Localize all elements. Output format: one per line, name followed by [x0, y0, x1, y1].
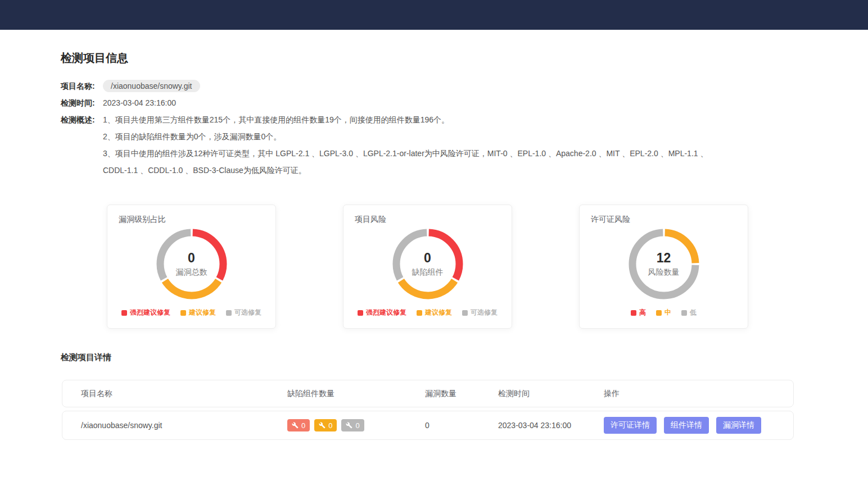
vuln-level-donut-svg — [155, 228, 228, 301]
legend-item-高[interactable]: 高 — [631, 308, 646, 317]
legend-swatch-icon — [358, 310, 363, 316]
chart-title: 漏洞级别占比 — [119, 215, 264, 225]
legend-label: 建议修复 — [425, 308, 452, 317]
row-detect-time: 2023-03-04 23:16:00 — [498, 421, 604, 430]
license-risk-donut-chart: 12风险数量 — [627, 228, 700, 301]
defect-badge-high: 0 — [287, 419, 310, 431]
defect-badge-count: 0 — [328, 421, 332, 430]
chart-title: 许可证风险 — [591, 215, 736, 225]
chart-title: 项目风险 — [355, 215, 500, 225]
wrench-icon — [292, 422, 299, 429]
legend-item-强烈建议修复[interactable]: 强烈建议修复 — [121, 308, 170, 317]
legend-item-建议修复[interactable]: 建议修复 — [180, 308, 216, 317]
summary-line: 3、项目中使用的组件涉及12种许可证类型，其中 LGPL-2.1 、LGPL-3… — [103, 145, 846, 162]
table-row: /xiaonuobase/snowy.git00002023-03-04 23:… — [62, 411, 794, 440]
defect-badge-low: 0 — [341, 419, 364, 431]
project-risk-donut-chart: 0缺陷组件 — [391, 228, 464, 301]
wrench-icon — [319, 422, 326, 429]
summary-text: 1、项目共使用第三方组件数量215个，其中直接使用的组件数量19个，间接使用的组… — [103, 111, 846, 179]
vuln-detail-button[interactable]: 漏洞详情 — [716, 417, 761, 434]
license-detail-button[interactable]: 许可证详情 — [604, 417, 657, 434]
column-header-2: 漏洞数量 — [425, 389, 498, 399]
legend-item-可选修复[interactable]: 可选修复 — [226, 308, 261, 317]
row-vuln-count: 0 — [425, 421, 498, 430]
top-navigation-bar — [0, 0, 868, 30]
legend-swatch-icon — [631, 310, 636, 316]
column-header-4: 操作 — [604, 389, 793, 399]
defect-badge-count: 0 — [355, 421, 359, 430]
summary-line: 1、项目共使用第三方组件数量215个，其中直接使用的组件数量19个，间接使用的组… — [103, 111, 846, 128]
legend-swatch-icon — [417, 310, 422, 316]
legend-item-可选修复[interactable]: 可选修复 — [462, 308, 498, 317]
column-header-0: 项目名称 — [81, 389, 287, 399]
legend-swatch-icon — [180, 310, 186, 316]
detect-time-row: 检测时间: 2023-03-04 23:16:00 — [61, 94, 846, 111]
summary-line: CDDL-1.1 、CDDL-1.0 、BSD-3-Clause为低风险许可证。 — [103, 162, 846, 179]
row-project-name: /xiaonuobase/snowy.git — [81, 421, 287, 430]
vuln-level-donut-chart: 0漏洞总数 — [155, 228, 228, 301]
row-actions: 许可证详情组件详情漏洞详情 — [604, 417, 793, 434]
column-header-1: 缺陷组件数量 — [287, 389, 425, 399]
summary-row: 检测概述: 1、项目共使用第三方组件数量215个，其中直接使用的组件数量19个，… — [61, 111, 846, 179]
legend-swatch-icon — [656, 310, 662, 316]
legend-swatch-icon — [226, 310, 232, 316]
defect-badge-medium: 0 — [314, 419, 337, 431]
legend-label: 可选修复 — [471, 308, 498, 317]
project-name-label: 项目名称: — [61, 78, 103, 94]
legend-item-建议修复[interactable]: 建议修复 — [417, 308, 452, 317]
chart-legend: 高中低 — [591, 308, 736, 317]
legend-label: 强烈建议修复 — [366, 308, 406, 317]
chart-card-project-risk: 项目风险0缺陷组件强烈建议修复建议修复可选修复 — [343, 205, 512, 329]
legend-label: 高 — [639, 308, 646, 317]
chart-card-vuln-level: 漏洞级别占比0漏洞总数强烈建议修复建议修复可选修复 — [107, 205, 276, 329]
table-header-row: 项目名称缺陷组件数量漏洞数量检测时间操作 — [62, 380, 794, 407]
column-header-3: 检测时间 — [498, 389, 604, 399]
main-content: 检测项目信息 项目名称: /xiaonuobase/snowy.git 检测时间… — [0, 30, 868, 477]
legend-label: 建议修复 — [189, 308, 216, 317]
wrench-icon — [346, 422, 352, 429]
details-section-title: 检测项目详情 — [61, 352, 846, 363]
detect-time-label: 检测时间: — [61, 94, 103, 111]
legend-item-强烈建议修复[interactable]: 强烈建议修复 — [358, 308, 406, 317]
summary-line: 2、项目的缺陷组件数量为0个，涉及漏洞数量0个。 — [103, 128, 846, 145]
summary-label: 检测概述: — [61, 111, 103, 128]
defect-badge-count: 0 — [301, 421, 305, 430]
legend-swatch-icon — [121, 310, 127, 316]
legend-swatch-icon — [462, 310, 468, 316]
project-name-pill: /xiaonuobase/snowy.git — [103, 80, 200, 92]
component-detail-button[interactable]: 组件详情 — [664, 417, 709, 434]
legend-label: 中 — [664, 308, 671, 317]
legend-item-低[interactable]: 低 — [681, 308, 697, 317]
license-risk-donut-svg — [627, 228, 700, 301]
defect-badges: 000 — [287, 419, 425, 431]
legend-label: 强烈建议修复 — [130, 308, 170, 317]
project-risk-donut-svg — [391, 228, 464, 301]
legend-item-中[interactable]: 中 — [656, 308, 671, 317]
charts-row: 漏洞级别占比0漏洞总数强烈建议修复建议修复可选修复项目风险0缺陷组件强烈建议修复… — [107, 205, 846, 329]
page-title: 检测项目信息 — [61, 51, 846, 66]
chart-legend: 强烈建议修复建议修复可选修复 — [119, 308, 264, 317]
legend-label: 低 — [690, 308, 697, 317]
chart-legend: 强烈建议修复建议修复可选修复 — [355, 308, 500, 317]
legend-label: 可选修复 — [234, 308, 261, 317]
chart-card-license-risk: 许可证风险12风险数量高中低 — [579, 205, 748, 329]
legend-swatch-icon — [681, 310, 687, 316]
project-name-row: 项目名称: /xiaonuobase/snowy.git — [61, 78, 846, 94]
detect-time-value: 2023-03-04 23:16:00 — [103, 98, 176, 107]
